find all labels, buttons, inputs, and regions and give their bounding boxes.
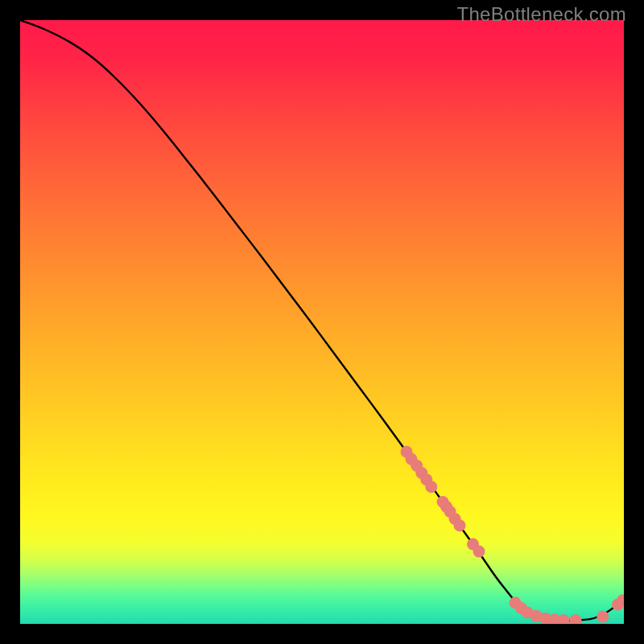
highlight-point [597,611,609,623]
highlight-point [473,546,485,558]
highlight-point [454,519,466,531]
chart-stage: TheBottleneck.com [0,0,644,644]
gradient-background [20,20,624,624]
bottleneck-chart-svg [20,20,624,624]
chart-plot-area [20,20,624,624]
highlight-point [425,481,437,493]
